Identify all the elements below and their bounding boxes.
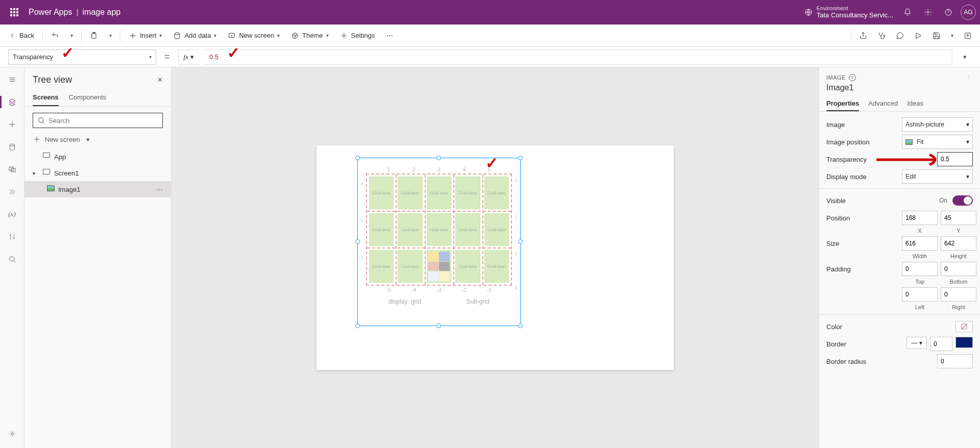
overflow-button[interactable]: ⋯ (381, 27, 398, 45)
rail-data[interactable] (2, 137, 22, 157)
rail-power-automate[interactable] (2, 182, 22, 202)
height-input[interactable] (941, 236, 976, 251)
publish-button[interactable] (959, 27, 977, 45)
border-radius-input[interactable] (937, 354, 973, 368)
plus-icon (33, 135, 41, 143)
image-select[interactable]: Ashish-picture▾ (902, 117, 973, 132)
tree-search-input[interactable] (48, 117, 158, 125)
border-color-swatch[interactable] (955, 337, 973, 348)
tree-search[interactable] (33, 113, 163, 128)
svg-point-9 (296, 34, 297, 35)
rail-insert[interactable] (2, 114, 22, 135)
user-avatar[interactable]: AG (961, 5, 976, 20)
notifications-icon[interactable] (897, 2, 918, 22)
tree-item-image1[interactable]: Image1 ⋯ (24, 181, 171, 197)
settings-icon[interactable] (918, 2, 938, 22)
tab-properties[interactable]: Properties (826, 96, 859, 111)
waffle-menu[interactable] (4, 2, 24, 22)
tab-advanced[interactable]: Advanced (868, 96, 898, 111)
placed-image: 12345 -3 -2 -1 1 2 3 4 Grid-itemGrid-ite… (366, 166, 512, 305)
resize-handle-br[interactable] (518, 323, 523, 328)
resize-handle-bm[interactable] (436, 323, 441, 328)
rail-media[interactable] (2, 159, 22, 180)
help-icon[interactable] (938, 2, 959, 22)
ellipsis-icon: ⋯ (386, 32, 393, 39)
comments-button[interactable] (891, 27, 909, 45)
undo-split[interactable]: ▾ (65, 27, 78, 45)
transparency-label: Transparency (826, 156, 898, 163)
formula-bar: Transparency ▾ = fx▾ 0.5 ▾ ✓ ✓ (0, 47, 980, 67)
canvas-area[interactable]: 12345 -3 -2 -1 1 2 3 4 Grid-itemGrid-ite… (172, 67, 819, 448)
back-button[interactable]: Back (3, 27, 39, 45)
formula-input[interactable]: 0.5 (204, 49, 952, 65)
rail-tree-view[interactable] (2, 92, 22, 112)
selection-box[interactable]: 12345 -3 -2 -1 1 2 3 4 Grid-itemGrid-ite… (357, 158, 521, 326)
resize-handle-mr[interactable] (518, 239, 523, 244)
canvas-frame[interactable]: 12345 -3 -2 -1 1 2 3 4 Grid-itemGrid-ite… (316, 145, 674, 370)
svg-point-18 (11, 433, 13, 435)
size-label: Size (826, 240, 898, 247)
position-x-input[interactable] (902, 211, 938, 225)
preview-button[interactable] (909, 27, 927, 45)
expand-formula-bar[interactable]: ▾ (958, 50, 972, 64)
help-icon[interactable]: ? (849, 74, 856, 81)
hamburger-icon (8, 76, 16, 84)
padding-bottom-input[interactable] (941, 262, 976, 276)
tree-view-title: Tree view (33, 74, 72, 85)
svg-point-11 (343, 35, 345, 37)
undo-button[interactable] (46, 27, 64, 45)
paste-button[interactable] (85, 27, 103, 45)
visible-toggle[interactable] (952, 195, 973, 206)
share-button[interactable] (854, 27, 872, 45)
paste-split[interactable]: ▾ (104, 27, 117, 45)
rail-variables[interactable]: (x) (2, 204, 22, 225)
resize-handle-tl[interactable] (355, 156, 360, 160)
position-y-input[interactable] (941, 211, 976, 225)
rail-settings[interactable] (2, 424, 22, 444)
collapse-panel-icon[interactable]: 〉 (967, 73, 973, 81)
save-button[interactable] (927, 27, 946, 45)
border-style-select[interactable]: — ▾ (906, 337, 927, 349)
environment-picker[interactable]: Environment Tata Consultancy Servic... (804, 5, 893, 19)
fx-button[interactable]: fx▾ (178, 49, 199, 65)
new-screen-button[interactable]: New screen▾ (223, 27, 285, 45)
rail-hamburger[interactable] (2, 69, 22, 90)
app-icon (43, 153, 50, 158)
insert-button[interactable]: Insert▾ (124, 27, 167, 45)
resize-handle-bl[interactable] (355, 323, 360, 328)
stethoscope-icon (877, 32, 886, 40)
share-icon (859, 32, 867, 40)
add-data-button[interactable]: Add data▾ (168, 27, 222, 45)
tab-components[interactable]: Components (69, 89, 107, 106)
tab-screens[interactable]: Screens (33, 89, 59, 106)
resize-handle-ml[interactable] (355, 239, 360, 244)
display-mode-select[interactable]: Edit▾ (902, 169, 973, 184)
property-selector[interactable]: Transparency ▾ (8, 49, 156, 65)
tab-ideas[interactable]: Ideas (907, 96, 923, 111)
padding-left-input[interactable] (902, 287, 938, 302)
new-screen-tree-button[interactable]: New screen ▾ (24, 132, 171, 146)
save-split[interactable]: ▾ (946, 27, 959, 45)
color-swatch[interactable] (955, 321, 973, 332)
rail-search[interactable] (2, 249, 22, 269)
equals-sign: = (164, 52, 170, 62)
transparency-input[interactable] (937, 152, 973, 166)
clipboard-icon (90, 32, 98, 40)
padding-right-input[interactable] (941, 287, 976, 302)
chevron-down-icon[interactable]: ▾ (33, 170, 40, 176)
close-tree-view[interactable]: ✕ (157, 76, 163, 84)
theme-button[interactable]: Theme▾ (286, 27, 333, 45)
app-checker-button[interactable] (872, 27, 891, 45)
rail-advanced-tools[interactable] (2, 227, 22, 247)
tree-item-more[interactable]: ⋯ (156, 186, 163, 193)
border-width-input[interactable] (930, 337, 952, 351)
image-position-select[interactable]: Fit▾ (902, 135, 973, 149)
settings-button[interactable]: Settings (335, 27, 380, 45)
width-input[interactable] (902, 236, 938, 251)
border-radius-label: Border radius (826, 358, 898, 365)
padding-top-input[interactable] (902, 262, 938, 276)
resize-handle-tm[interactable] (436, 156, 441, 160)
resize-handle-tr[interactable] (518, 156, 523, 160)
tree-item-app[interactable]: App (24, 148, 171, 165)
tree-item-screen1[interactable]: ▾ Screen1 (24, 165, 171, 181)
